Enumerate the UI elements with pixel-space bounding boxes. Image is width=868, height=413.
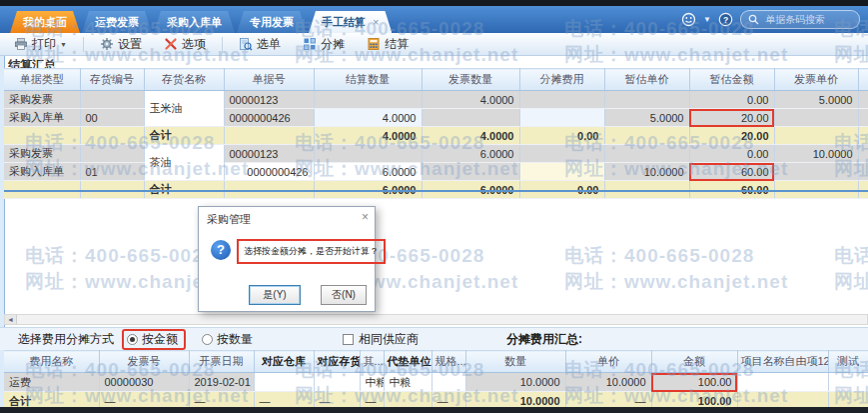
table-cell[interactable]: 茶油 — [144, 145, 224, 181]
tab-special-invoice[interactable]: 专用发票 — [237, 11, 307, 33]
barcode-search-box[interactable] — [740, 10, 860, 29]
table-cell[interactable] — [774, 163, 858, 181]
table-cell[interactable]: 中粮 — [384, 373, 432, 392]
no-button[interactable]: 否(N) — [321, 285, 367, 305]
table-cell[interactable]: 玉米油 — [144, 91, 224, 127]
table-cell[interactable] — [774, 109, 858, 127]
table-cell[interactable] — [519, 91, 604, 109]
table-cell[interactable] — [858, 91, 868, 109]
tab-manual-settlement[interactable]: 手工结算× — [309, 11, 392, 33]
table-cell[interactable]: 00000123 — [224, 145, 314, 163]
table-cell[interactable]: 采购发票 — [4, 145, 80, 163]
table-cell[interactable] — [314, 91, 422, 109]
table-cell[interactable] — [519, 163, 604, 181]
table-cell[interactable]: 10.0000 — [565, 373, 651, 392]
table-cell[interactable]: 20.00 — [689, 109, 774, 127]
help-icon[interactable]: ? — [718, 12, 733, 27]
scroll-left-arrow[interactable]: ◄ — [5, 315, 17, 324]
table-cell[interactable]: 10.0000 — [465, 373, 565, 392]
table-cell[interactable]: 00000030 — [99, 373, 189, 392]
table-cell[interactable] — [737, 373, 828, 392]
toolbar: 打印 ▼ 设置 选项 — [0, 33, 868, 56]
print-dropdown-caret[interactable]: ▼ — [60, 41, 67, 48]
table-cell[interactable] — [432, 373, 465, 392]
table-cell[interactable] — [254, 373, 314, 392]
table-cell[interactable]: 20.00 — [689, 127, 774, 145]
table-cell[interactable]: 0.00 — [689, 91, 774, 109]
table-cell[interactable]: 运费 — [4, 373, 99, 392]
by-amount-option[interactable]: 按金额 — [122, 329, 186, 350]
settle-button[interactable]: 结算 — [361, 34, 415, 55]
settings-button[interactable]: 设置 — [94, 34, 148, 55]
table-cell[interactable]: 4.0000 — [314, 109, 422, 127]
table-cell[interactable] — [224, 127, 314, 145]
user-smiley-icon[interactable] — [681, 12, 696, 27]
table-cell[interactable] — [604, 91, 689, 109]
table-cell[interactable]: 10.0000 — [774, 145, 858, 163]
table-cell[interactable] — [80, 145, 144, 163]
table-cell[interactable]: 4.0000 — [422, 91, 519, 109]
print-button[interactable]: 打印 ▼ — [8, 34, 73, 55]
table-cell[interactable] — [4, 127, 80, 145]
table-cell[interactable]: 60.00 — [689, 163, 774, 181]
table-cell[interactable] — [858, 145, 868, 163]
options-button[interactable]: 选项 — [158, 34, 212, 55]
table-cell[interactable] — [80, 91, 144, 109]
select-docs-button[interactable]: 选单 — [233, 34, 287, 55]
allocate-button[interactable]: 分摊 — [297, 34, 351, 55]
search-input[interactable] — [763, 13, 852, 26]
table-cell[interactable] — [604, 145, 689, 163]
table-cell[interactable]: 6.0000 — [422, 145, 519, 163]
radio-by-qty[interactable] — [202, 334, 213, 345]
table-cell[interactable] — [422, 109, 519, 127]
table-cell[interactable]: 合计 — [144, 127, 224, 145]
dialog-close-icon[interactable]: × — [362, 210, 369, 224]
table-cell[interactable] — [604, 127, 689, 145]
table-cell[interactable]: 5.0000 — [604, 109, 689, 127]
table-cell[interactable]: 采购发票 — [4, 91, 80, 109]
by-qty-option[interactable]: 按数量 — [202, 331, 253, 348]
horizontal-scrollbar[interactable]: ◄ — [4, 314, 868, 325]
table-cell[interactable]: 0.00 — [689, 145, 774, 163]
column-header: 存货编号 — [80, 69, 144, 91]
tab-freight-invoice[interactable]: 运费发票 — [82, 11, 152, 33]
table-cell[interactable] — [858, 127, 868, 145]
table-cell[interactable]: 采购入库单 — [4, 163, 80, 181]
tab-bar: 我的桌面运费发票采购入库单专用发票手工结算× ▼ ? — [0, 6, 868, 33]
table-cell[interactable]: 100.00 — [651, 373, 737, 392]
table-cell[interactable]: 00000123 — [224, 91, 314, 109]
table-cell[interactable]: 01 — [80, 163, 144, 181]
table-cell[interactable]: 采购入库单 — [4, 109, 80, 127]
by-amount-label: 按金额 — [142, 331, 178, 348]
table-cell[interactable] — [314, 373, 360, 392]
table-cell[interactable] — [422, 163, 519, 181]
table-cell[interactable] — [774, 127, 858, 145]
table-cell[interactable] — [80, 127, 144, 145]
table-cell[interactable]: 5.0000 — [774, 91, 858, 109]
table-cell[interactable]: 4.0000 — [314, 127, 422, 145]
table-cell[interactable]: 10.0000 — [604, 163, 689, 181]
table-cell[interactable]: 0.00 — [519, 127, 604, 145]
table-cell[interactable]: 0000000426 — [224, 163, 314, 181]
tab-my-desktop[interactable]: 我的桌面 — [10, 11, 80, 33]
tab-purchase-receipt[interactable]: 采购入库单 — [154, 11, 235, 33]
yes-button[interactable]: 是(Y) — [249, 285, 301, 305]
table-cell[interactable]: 0000000426 — [224, 109, 314, 127]
table-cell[interactable] — [858, 163, 868, 181]
table-cell[interactable]: 4.0000 — [422, 127, 519, 145]
radio-by-amount[interactable] — [127, 334, 138, 345]
tab-close-icon[interactable]: × — [373, 17, 379, 28]
table-cell[interactable] — [828, 373, 868, 392]
table-cell[interactable]: 2019-02-01 — [189, 373, 254, 392]
table-cell[interactable]: 6.0000 — [314, 163, 422, 181]
table-cell[interactable]: 中粮 — [360, 373, 384, 392]
same-supplier-option[interactable]: 相同供应商 — [343, 331, 419, 348]
settlement-summary-table: 单据类型存货编号存货名称单据号结算数量发票数量分摊费用暂估单价暂估金额发票单价采… — [4, 68, 868, 199]
chevron-down-icon[interactable]: ▼ — [703, 15, 711, 24]
table-cell[interactable]: 00 — [80, 109, 144, 127]
table-cell[interactable] — [314, 145, 422, 163]
checkbox-same-supplier[interactable] — [343, 334, 354, 345]
table-cell[interactable] — [519, 109, 604, 127]
table-cell[interactable] — [858, 109, 868, 127]
table-cell[interactable] — [519, 145, 604, 163]
